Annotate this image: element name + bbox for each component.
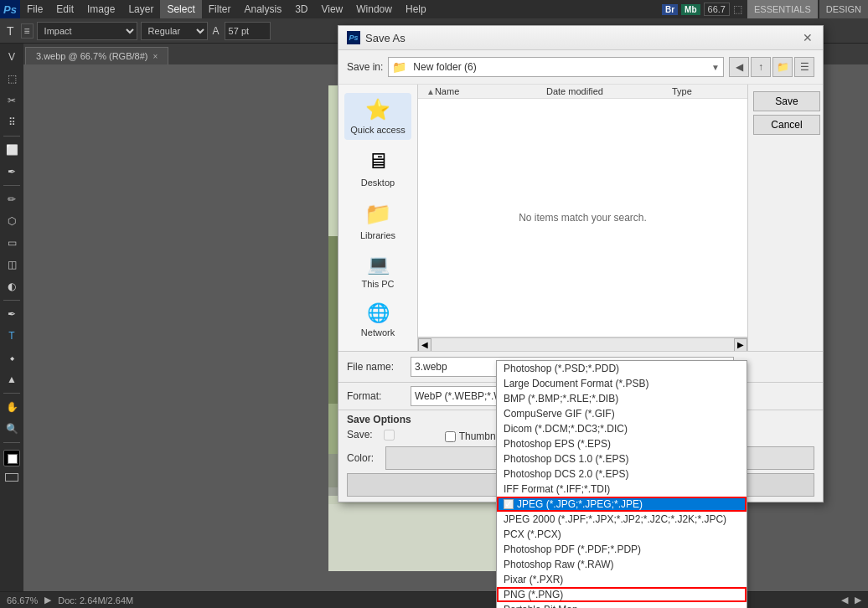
- scroll-left-btn[interactable]: ◀: [841, 595, 848, 605]
- font-size-input[interactable]: [225, 22, 271, 40]
- tool-crop[interactable]: ⬜: [2, 140, 22, 160]
- tab-close[interactable]: ×: [152, 52, 158, 61]
- bridge-icon[interactable]: Br: [662, 4, 678, 15]
- menubar: Ps File Edit Image Layer Select Filter A…: [0, 0, 868, 18]
- essentials-btn[interactable]: ESSENTIALS: [747, 0, 818, 18]
- save-options-left: Save Options Save:: [347, 414, 411, 443]
- no-items-text: No items match your search.: [519, 212, 647, 224]
- nav-libraries[interactable]: 📁 Libraries: [344, 196, 411, 245]
- format-dcs1[interactable]: Photoshop DCS 1.0 (*.EPS): [497, 451, 747, 466]
- format-eps[interactable]: Photoshop EPS (*.EPS): [497, 436, 747, 451]
- font-select[interactable]: Impact: [37, 22, 137, 40]
- menu-filter[interactable]: Filter: [202, 0, 238, 18]
- tool-shape[interactable]: ▲: [2, 369, 22, 389]
- tool-eyedropper[interactable]: ✒: [2, 162, 22, 182]
- nav-quick-access[interactable]: ⭐ Quick access: [344, 93, 411, 140]
- up-btn[interactable]: ↑: [751, 57, 771, 77]
- tab-label: 3.webp @ 66.7% (RGB/8#): [36, 51, 147, 61]
- portable-label: Portable Bit Map (*.PBM;*.PGM;*.PPM;*.PN…: [504, 604, 740, 608]
- menu-3d[interactable]: 3D: [288, 0, 314, 18]
- tool-path[interactable]: ⬥: [2, 348, 22, 368]
- format-jpeg2000[interactable]: JPEG 2000 (*.JPF;*.JPX;*.JP2;*.J2C;*.J2K…: [497, 512, 747, 527]
- minibr-icon[interactable]: Mb: [681, 4, 700, 15]
- tool-eraser[interactable]: ▭: [2, 233, 22, 253]
- menu-select[interactable]: Select: [160, 0, 201, 18]
- format-dropdown: Photoshop (*.PSD;*.PDD) Large Document F…: [496, 360, 747, 608]
- h-scroll-left[interactable]: ◀: [418, 338, 431, 352]
- new-folder-btn[interactable]: 📁: [772, 57, 793, 77]
- scroll-right-btn[interactable]: ▶: [855, 595, 861, 605]
- format-bmp[interactable]: BMP (*.BMP;*.RLE;*.DIB): [497, 391, 747, 406]
- format-pdf[interactable]: Photoshop PDF (*.PDF;*.PDP): [497, 542, 747, 557]
- pixar-label: Pixar (*.PXR): [504, 574, 563, 585]
- tool-brush[interactable]: ✏: [2, 189, 22, 209]
- tool-hand[interactable]: ✋: [2, 397, 22, 417]
- col-date[interactable]: Date modified: [546, 86, 672, 96]
- tool-gradient[interactable]: ◫: [2, 255, 22, 275]
- zoom-options[interactable]: ⬚: [733, 3, 742, 15]
- active-tab[interactable]: 3.webp @ 66.7% (RGB/8#) ×: [25, 47, 168, 64]
- libraries-icon: 📁: [364, 201, 391, 227]
- menu-window[interactable]: Window: [349, 0, 399, 18]
- format-psb[interactable]: Large Document Format (*.PSB): [497, 376, 747, 391]
- tool-pen[interactable]: ✒: [2, 304, 22, 324]
- back-btn[interactable]: ◀: [729, 57, 749, 77]
- menu-analysis[interactable]: Analysis: [237, 0, 288, 18]
- nav-this-pc[interactable]: 💻 This PC: [344, 249, 411, 294]
- text-align-icon: ≡: [21, 23, 34, 39]
- nav-desktop[interactable]: 🖥 Desktop: [344, 143, 411, 193]
- format-pixar[interactable]: Pixar (*.PXR): [497, 572, 747, 587]
- menu-help[interactable]: Help: [399, 0, 433, 18]
- tool-magic[interactable]: ⠿: [2, 112, 22, 132]
- format-png[interactable]: PNG (*.PNG): [497, 587, 747, 602]
- save-in-bar: Save in: 📁 New folder (6) ▼ ◀ ↑ 📁 ☰: [338, 50, 823, 85]
- format-pcx[interactable]: PCX (*.PCX): [497, 527, 747, 542]
- format-dicom[interactable]: Dicom (*.DCM;*.DC3;*.DIC): [497, 421, 747, 436]
- col-type[interactable]: Type: [672, 86, 739, 96]
- menu-view[interactable]: View: [314, 0, 349, 18]
- tool-move[interactable]: V: [2, 47, 22, 67]
- zoom-select[interactable]: 66.7: [704, 3, 730, 16]
- menu-image[interactable]: Image: [80, 0, 121, 18]
- save-checkbox[interactable]: [384, 430, 395, 441]
- h-scroll-right[interactable]: ▶: [734, 338, 747, 352]
- menu-edit[interactable]: Edit: [49, 0, 80, 18]
- file-list-area: No items match your search.: [418, 99, 747, 337]
- dialog-close-button[interactable]: ✕: [801, 31, 814, 44]
- save-button[interactable]: Save: [753, 91, 820, 111]
- format-psd[interactable]: Photoshop (*.PSD;*.PDD): [497, 361, 747, 376]
- iff-label: IFF Format (*.IFF;*.TDI): [504, 483, 610, 495]
- dcs2-label: Photoshop DCS 2.0 (*.EPS): [504, 468, 628, 480]
- save-in-select[interactable]: 📁 New folder (6) ▼: [388, 57, 724, 77]
- nav-network[interactable]: 🌐 Network: [344, 297, 411, 343]
- eps-label: Photoshop EPS (*.EPS): [504, 438, 611, 450]
- format-portable[interactable]: Portable Bit Map (*.PBM;*.PGM;*.PPM;*.PN…: [497, 602, 747, 608]
- right-buttons: Br Mb 66.7 ⬚ ESSENTIALS DESIGN: [659, 0, 868, 18]
- format-dcs2[interactable]: Photoshop DCS 2.0 (*.EPS): [497, 466, 747, 482]
- folder-icon: 📁: [392, 60, 406, 74]
- format-gif[interactable]: CompuServe GIF (*.GIF): [497, 406, 747, 421]
- dialog-ps-icon: Ps: [347, 31, 360, 44]
- tool-mode[interactable]: [5, 473, 18, 482]
- col-name[interactable]: Name: [435, 86, 546, 96]
- tool-zoom[interactable]: 🔍: [2, 419, 22, 439]
- view-btn[interactable]: ☰: [794, 57, 814, 77]
- cancel-button[interactable]: Cancel: [753, 115, 820, 135]
- tool-clone[interactable]: ⬡: [2, 211, 22, 231]
- style-select[interactable]: Regular: [141, 22, 208, 40]
- tool-fg-color[interactable]: [3, 450, 20, 466]
- sort-arrow[interactable]: ▲: [426, 87, 435, 96]
- tool-lasso[interactable]: ✂: [2, 90, 22, 111]
- dialog-title: Ps Save As: [347, 31, 406, 44]
- menu-layer[interactable]: Layer: [121, 0, 160, 18]
- format-jpeg[interactable]: ✓ JPEG (*.JPG;*.JPEG;*.JPE): [497, 497, 747, 512]
- thumbnail-checkbox[interactable]: [445, 431, 456, 442]
- menu-file[interactable]: File: [20, 0, 49, 18]
- format-iff[interactable]: IFF Format (*.IFF;*.TDI): [497, 482, 747, 497]
- format-raw[interactable]: Photoshop Raw (*.RAW): [497, 557, 747, 572]
- tool-select[interactable]: ⬚: [2, 69, 22, 89]
- tool-dodge[interactable]: ◐: [2, 276, 22, 296]
- h-scroll-track[interactable]: [431, 338, 734, 351]
- design-btn[interactable]: DESIGN: [819, 0, 868, 18]
- tool-text[interactable]: T: [2, 326, 22, 346]
